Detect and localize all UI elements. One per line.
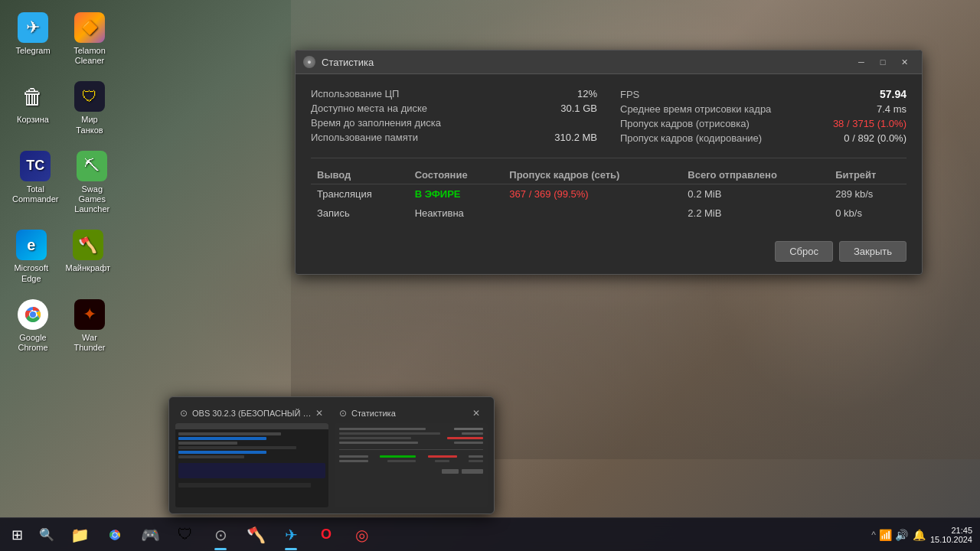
start-icon: ⊞ <box>11 527 23 543</box>
obs-taskbar-icon: ⊙ <box>214 526 227 544</box>
table-row: Трансляция В ЭФИРЕ 367 / 369 (99.5%) 0.2… <box>311 184 906 204</box>
mini-footer <box>339 469 483 474</box>
fps-row: FPS 57.94 <box>620 86 906 102</box>
disk-avail-label: Доступно места на диске <box>311 103 427 114</box>
row1-bitrate: 289 kb/s <box>829 184 906 204</box>
taskbar-app-games[interactable]: 🎮 <box>133 518 167 552</box>
preview-stats-header: ⊙ Статистика ✕ <box>335 403 488 423</box>
preview-obs-main[interactable]: ⊙ OBS 30.2.3 (БЕЗОПАСНЫЙ РЕ... ✕ <box>175 403 328 507</box>
cpu-label: Использование ЦП <box>311 88 399 99</box>
mini-obs-bar <box>175 423 328 429</box>
preview-stats[interactable]: ⊙ Статистика ✕ <box>335 403 488 507</box>
row2-total-sent: 2.2 MiB <box>681 204 829 223</box>
preview-stats-close[interactable]: ✕ <box>469 406 483 420</box>
mini-line-3 <box>178 442 237 445</box>
notification-icon[interactable]: 🔔 <box>913 529 926 541</box>
left-stats: Использование ЦП 12% Доступно места на д… <box>311 86 597 145</box>
minecraft-label: Майнкрафт <box>65 263 110 273</box>
mini-line-6 <box>178 455 244 458</box>
taskbar-app-obs[interactable]: ⊙ <box>204 518 237 552</box>
recycle-bin-icon: 🗑 <box>18 81 48 112</box>
window-footer: Сброс Закрыть <box>311 238 906 262</box>
window-title: Статистика <box>322 57 374 68</box>
row2-network-skip <box>503 204 681 223</box>
close-window-button[interactable]: ✕ <box>894 55 914 69</box>
skipped-render-row: Пропуск кадров (отрисовка) 38 / 3715 (1.… <box>620 116 906 131</box>
preview-header-left: ⊙ OBS 30.2.3 (БЕЗОПАСНЫЙ РЕ... <box>180 408 315 419</box>
close-button[interactable]: Закрыть <box>839 241 906 262</box>
avg-render-row: Среднее время отрисовки кадра 7.4 ms <box>620 102 906 116</box>
desktop-icon-wot[interactable]: 🛡 Мир Танков <box>64 77 115 139</box>
maximize-button[interactable]: □ <box>873 55 893 69</box>
preview-stats-thumbnail <box>335 423 488 507</box>
col-total-sent: Всего отправлено <box>681 166 829 184</box>
desktop-icon-edge[interactable]: e Microsoft Edge <box>8 225 54 288</box>
taskbar-app-misc[interactable]: ◎ <box>345 518 378 552</box>
minimize-button[interactable]: ─ <box>851 55 871 69</box>
stats-window: ● Статистика ─ □ ✕ Использование ЦП 12% … <box>295 50 923 275</box>
mini-line-5 <box>178 451 266 454</box>
col-network-skip: Пропуск кадров (сеть) <box>503 166 681 184</box>
titlebar-left: ● Статистика <box>303 56 374 68</box>
table-row: Запись Неактивна 2.2 MiB 0 kb/s <box>311 204 906 223</box>
taskbar-app-minecraft[interactable]: 🪓 <box>239 518 273 552</box>
swag-icon: ⛏ <box>77 151 107 181</box>
desktop-icon-telegram[interactable]: ✈ Telegram <box>8 8 58 70</box>
taskbar-app-wot[interactable]: 🛡 <box>168 518 202 552</box>
mini-timeline <box>178 483 311 487</box>
table-header-row: Вывод Состояние Пропуск кадров (сеть) Вс… <box>311 166 906 184</box>
chrome-taskbar-icon <box>106 527 123 543</box>
taskbar-app-telegram[interactable]: ✈ <box>274 518 308 552</box>
mini-stat-3 <box>339 437 483 439</box>
system-tray: ^ 📶 🔊 <box>871 529 908 541</box>
taskbar-app-explorer[interactable]: 📁 <box>63 518 96 552</box>
tray-chevron[interactable]: ^ <box>871 530 876 540</box>
fps-label: FPS <box>620 89 639 100</box>
mini-stat-4 <box>339 442 483 444</box>
warthunder-label: War Thunder <box>69 333 110 353</box>
row2-bitrate: 0 kb/s <box>829 204 906 223</box>
row1-network-skip: 367 / 369 (99.5%) <box>503 184 681 204</box>
search-icon: 🔍 <box>39 527 54 542</box>
stats-grid: Использование ЦП 12% Доступно места на д… <box>311 86 906 145</box>
taskbar-app-chrome[interactable] <box>98 518 132 552</box>
desktop-icon-chrome[interactable]: Google Chrome <box>8 295 58 357</box>
mini-divider <box>339 449 483 450</box>
desktop-icon-recycle[interactable]: 🗑 Корзина <box>8 77 58 139</box>
clock-time: 21:45 <box>930 526 972 535</box>
taskbar-app-opera[interactable]: O <box>309 518 343 552</box>
obs-window-icon: ● <box>303 56 315 68</box>
telegram-label: Telegram <box>15 46 50 56</box>
telamon-label: Telamon Cleaner <box>69 46 110 66</box>
mini-line-1 <box>178 432 281 435</box>
preview-obs-close[interactable]: ✕ <box>315 406 324 420</box>
skipped-encode-row: Пропуск кадров (кодирование) 0 / 892 (0.… <box>620 131 906 145</box>
telegram-taskbar-icon: ✈ <box>285 526 298 544</box>
mini-btn-2 <box>462 469 483 474</box>
desktop-icons-area: ✈ Telegram 🔶 Telamon Cleaner 🗑 Корзина 🛡… <box>0 0 122 365</box>
games-icon: 🎮 <box>141 526 160 544</box>
skipped-render-value: 38 / 3715 (1.0%) <box>833 118 906 129</box>
desktop-icon-warthunder[interactable]: ✦ War Thunder <box>64 295 115 357</box>
window-titlebar: ● Статистика ─ □ ✕ <box>296 51 922 74</box>
mini-stats <box>335 423 488 507</box>
telegram-icon: ✈ <box>18 12 48 43</box>
desktop-icon-minecraft[interactable]: 🪓 Майнкрафт <box>60 225 115 288</box>
totalcmd-label: Total Commander <box>12 184 59 204</box>
mini-stat-1 <box>339 428 483 430</box>
desktop-icon-telamon[interactable]: 🔶 Telamon Cleaner <box>64 8 115 70</box>
mini-obs <box>175 423 328 507</box>
row2-output: Запись <box>311 204 409 223</box>
taskbar-clock[interactable]: 21:45 15.10.2024 <box>930 526 972 544</box>
minecraft-icon: 🪓 <box>73 230 103 260</box>
window-content: Использование ЦП 12% Доступно места на д… <box>296 74 922 274</box>
reset-button[interactable]: Сброс <box>775 241 833 262</box>
search-button[interactable]: 🔍 <box>34 522 60 548</box>
col-bitrate: Битрейт <box>829 166 906 184</box>
start-button[interactable]: ⊞ <box>0 518 34 552</box>
skipped-encode-label: Пропуск кадров (кодирование) <box>620 132 762 144</box>
col-output: Вывод <box>311 166 409 184</box>
desktop-icon-totalcmd[interactable]: TC Total Commander <box>8 146 64 220</box>
desktop-icon-swag[interactable]: ⛏ Swag Games Launcher <box>70 146 115 220</box>
edge-label: Microsoft Edge <box>12 263 50 283</box>
